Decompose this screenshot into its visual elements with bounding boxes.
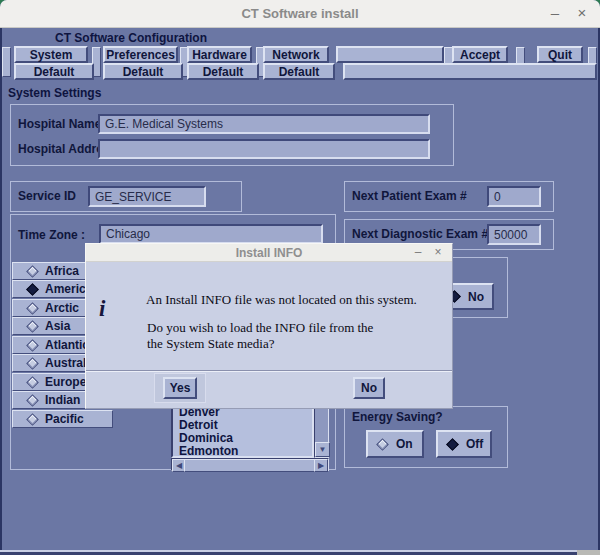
dialog-separator: [86, 370, 452, 372]
accept-button[interactable]: Accept: [452, 46, 508, 63]
resize-corner[interactable]: [577, 550, 600, 555]
close-icon[interactable]: ×: [572, 0, 592, 28]
hospital-name-label: Hospital Name: [18, 117, 101, 131]
hardware-default-button[interactable]: Default: [187, 63, 259, 80]
dialog-title: Install INFO: [86, 244, 452, 262]
region-pacific-button[interactable]: Pacific: [12, 410, 113, 428]
radio-diamond-icon: [26, 357, 39, 370]
energy-on-label: On: [396, 437, 413, 451]
menu-blank-panel: [343, 63, 597, 80]
horizontal-scrollbar[interactable]: ◀ ▶: [171, 458, 329, 471]
menu-blank-panel: [336, 46, 444, 63]
menu-network-button[interactable]: Network: [263, 46, 329, 63]
dialog-titlebar[interactable]: Install INFO – ×: [86, 244, 452, 262]
info-icon: i: [99, 296, 105, 322]
dialog-message-line3: the System State media?: [147, 336, 274, 352]
scroll-down-arrow-icon[interactable]: ▼: [315, 442, 330, 457]
radio-diamond-icon: [376, 438, 389, 451]
menu-hardware-button[interactable]: Hardware: [187, 46, 252, 63]
time-zone-field[interactable]: Chicago: [99, 224, 323, 244]
region-label: Atlantic: [45, 338, 89, 352]
region-label: Asia: [45, 319, 70, 333]
list-item[interactable]: Edmonton: [179, 444, 238, 458]
radio-diamond-icon: [26, 413, 39, 426]
radio-diamond-icon: [26, 283, 39, 296]
next-patient-exam-field[interactable]: 0: [487, 186, 541, 207]
next-diagnostic-exam-field[interactable]: 50000: [487, 224, 541, 245]
menu-preferences-button[interactable]: Preferences: [103, 46, 178, 63]
hospital-name-field[interactable]: G.E. Medical Systems: [98, 114, 430, 134]
preferences-default-button[interactable]: Default: [103, 63, 183, 80]
radio-diamond-icon: [26, 320, 39, 333]
radio-diamond-icon: [26, 394, 39, 407]
service-id-label: Service ID: [18, 189, 76, 203]
menu-separator: [2, 47, 11, 77]
energy-off-button[interactable]: Off: [436, 430, 492, 458]
dialog-minimize-icon[interactable]: –: [410, 244, 426, 262]
minimize-icon[interactable]: –: [545, 0, 565, 28]
hospital-address-field[interactable]: [98, 139, 430, 159]
network-default-button[interactable]: Default: [263, 63, 335, 80]
scroll-right-arrow-icon[interactable]: ▶: [314, 459, 328, 472]
region-label: Europe: [45, 375, 86, 389]
region-label: Pacific: [45, 412, 84, 426]
install-info-dialog: Install INFO – × i An Install INFO file …: [85, 243, 453, 409]
list-item[interactable]: Detroit: [179, 418, 218, 432]
window-frame-left: [0, 28, 2, 555]
window-title: CT Software install: [0, 0, 600, 28]
dialog-message-line2: Do you wish to load the INFO file from t…: [147, 320, 373, 336]
radio-diamond-icon: [446, 438, 459, 451]
region-label: Arctic: [45, 301, 79, 315]
service-id-field[interactable]: GE_SERVICE: [88, 186, 206, 207]
list-item[interactable]: Dominica: [179, 431, 233, 445]
app-title: CT Software Configuration: [55, 31, 207, 45]
system-default-button[interactable]: Default: [14, 63, 94, 80]
radio-diamond-icon: [26, 339, 39, 352]
dialog-yes-button[interactable]: Yes: [163, 377, 197, 399]
daylight-no-label: No: [468, 290, 484, 304]
energy-off-label: Off: [466, 437, 483, 451]
quit-button[interactable]: Quit: [537, 46, 583, 63]
energy-saving-label: Energy Saving?: [352, 410, 443, 424]
scrollbar-thumb[interactable]: [184, 459, 318, 472]
dialog-close-icon[interactable]: ×: [430, 244, 446, 262]
section-title: System Settings: [8, 86, 101, 100]
radio-diamond-icon: [26, 302, 39, 315]
menu-system-button[interactable]: System: [14, 46, 88, 63]
radio-diamond-icon: [26, 265, 39, 278]
next-diagnostic-exam-label: Next Diagnostic Exam #: [352, 227, 488, 241]
window-titlebar[interactable]: CT Software install – ×: [0, 0, 600, 28]
radio-diamond-icon: [26, 376, 39, 389]
dialog-no-button[interactable]: No: [353, 377, 385, 399]
next-patient-exam-label: Next Patient Exam #: [352, 189, 467, 203]
region-label: Africa: [45, 264, 79, 278]
dialog-message-line1: An Install INFO file was not located on …: [146, 292, 417, 308]
region-label: Indian: [45, 393, 80, 407]
time-zone-label: Time Zone :: [18, 228, 85, 242]
main-window: CT Software install – × CT Software Conf…: [0, 0, 600, 555]
energy-on-button[interactable]: On: [366, 430, 424, 458]
